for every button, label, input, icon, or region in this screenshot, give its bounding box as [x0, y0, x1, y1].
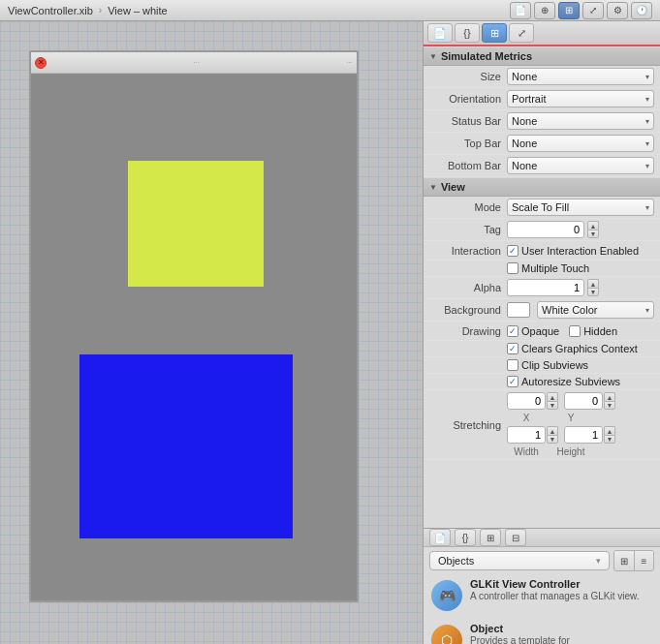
stretch-x-stepper: ▲ ▼ — [547, 392, 558, 410]
toolbar-btn-connect[interactable]: ⤢ — [582, 2, 604, 19]
stretch-w-input[interactable] — [507, 426, 546, 444]
prop-row-interaction: Interaction User Interaction Enabled — [424, 241, 660, 261]
frame-close-button[interactable]: ✕ — [35, 57, 47, 69]
prop-row-autoresize: Autoresize Subviews — [424, 374, 660, 390]
clip-subviews-label: Clip Subviews — [521, 359, 588, 371]
stretch-y-label: Y — [551, 413, 590, 423]
interaction-checkboxes: User Interaction Enabled — [507, 245, 644, 257]
yellow-view-box[interactable] — [128, 161, 264, 287]
toolbar-btn-settings[interactable]: ⚙ — [607, 2, 628, 19]
stretch-y-down[interactable]: ▼ — [604, 401, 615, 410]
bottom-bar-select-arrow: ▾ — [645, 162, 649, 170]
alpha-stepper-up[interactable]: ▲ — [587, 279, 599, 288]
section-view[interactable]: ▼ View — [424, 177, 660, 197]
autoresize-checkbox[interactable] — [507, 376, 519, 387]
status-bar-select[interactable]: None ▾ — [507, 112, 654, 130]
toolbar-btn-counter[interactable]: ⊕ — [534, 2, 555, 19]
opaque-checkbox[interactable] — [507, 325, 519, 337]
section-triangle-view: ▼ — [429, 183, 437, 192]
clears-graphics-checkbox-item: Clears Graphics Context — [507, 343, 648, 354]
stretch-x-down[interactable]: ▼ — [547, 401, 558, 410]
canvas-area[interactable]: ✕ ··· ··· — [0, 21, 423, 644]
bottom-tool-ui[interactable]: ⊞ — [480, 529, 501, 546]
bottom-panel: 📄 {} ⊞ ⊟ Objects ▾ ⊞ ≡ 🎮 — [424, 528, 660, 644]
user-interaction-checkbox-item: User Interaction Enabled — [507, 245, 639, 257]
alpha-stepper-down[interactable]: ▼ — [587, 288, 599, 296]
stretch-h-stepper: ▲ ▼ — [604, 426, 615, 444]
bottom-tool-file[interactable]: 📄 — [429, 529, 451, 546]
stretch-width-label: Width — [507, 446, 546, 457]
bottom-toolbar: 📄 {} ⊞ ⊟ — [424, 529, 660, 547]
stretch-w-down[interactable]: ▼ — [547, 435, 558, 444]
prop-row-bottom-bar: Bottom Bar None ▾ — [424, 155, 660, 177]
background-select-arrow: ▾ — [645, 306, 649, 315]
background-color-swatch[interactable] — [507, 302, 530, 318]
panel-tool-file[interactable]: 📄 — [427, 23, 453, 43]
view-grid-btn[interactable]: ⊞ — [614, 551, 634, 570]
alpha-input[interactable]: 1 — [507, 279, 584, 296]
tag-stepper-down[interactable]: ▼ — [587, 230, 599, 238]
stretch-x-input[interactable] — [507, 392, 546, 410]
drag-dot-2: ··· — [346, 58, 353, 67]
panel-tool-ui[interactable]: ⊞ — [482, 23, 507, 43]
library-item-glkit[interactable]: 🎮 GLKit View Controller A controller tha… — [424, 574, 660, 617]
hidden-label: Hidden — [583, 325, 617, 337]
prop-row-multiple-touch: Multiple Touch — [424, 261, 660, 277]
section-simulated-metrics[interactable]: ▼ Simulated Metrics — [424, 46, 660, 66]
orientation-select[interactable]: Portrait ▾ — [507, 90, 654, 107]
view-list-btn[interactable]: ≡ — [634, 551, 653, 570]
prop-value-orientation: Portrait ▾ — [507, 90, 654, 107]
stretch-h-up[interactable]: ▲ — [604, 426, 615, 435]
bottom-bar-select[interactable]: None ▾ — [507, 157, 654, 174]
background-select[interactable]: White Color ▾ — [537, 301, 654, 319]
bottom-tool-grid[interactable]: ⊟ — [505, 529, 526, 546]
stretch-y-up[interactable]: ▲ — [604, 392, 615, 401]
library-text-object: Object Provides a template for — [470, 623, 654, 644]
prop-label-mode: Mode — [429, 201, 507, 213]
toolbar-btn-file[interactable]: 📄 — [510, 2, 531, 19]
clip-subviews-checkbox-item: Clip Subviews — [507, 359, 648, 371]
top-bar-icon-group: 📄 ⊕ ⊞ ⤢ ⚙ 🕐 — [510, 2, 652, 19]
objects-dropdown[interactable]: Objects ▾ — [429, 551, 610, 570]
breadcrumb-view[interactable]: View – white — [108, 5, 168, 16]
clears-graphics-checkbox[interactable] — [507, 343, 519, 354]
bottom-tool-code[interactable]: {} — [455, 529, 476, 546]
tag-input[interactable]: 0 — [507, 221, 584, 238]
multiple-touch-checkbox[interactable] — [507, 262, 519, 274]
panel-tool-connect[interactable]: ⤢ — [509, 23, 534, 43]
mode-select[interactable]: Scale To Fill ▾ — [507, 199, 654, 216]
prop-label-alpha: Alpha — [429, 282, 507, 293]
objects-row: Objects ▾ ⊞ ≡ — [424, 547, 660, 574]
stretch-x-up[interactable]: ▲ — [547, 392, 558, 401]
stretch-h-down[interactable]: ▼ — [604, 435, 615, 444]
multiple-touch-label: Multiple Touch — [521, 262, 589, 274]
toolbar-btn-clock[interactable]: 🕐 — [631, 2, 652, 19]
library-item-object[interactable]: ⬡ Object Provides a template for — [424, 619, 660, 644]
library-icon-object: ⬡ — [429, 623, 464, 644]
clip-subviews-checkbox[interactable] — [507, 359, 519, 371]
tag-stepper-up[interactable]: ▲ — [587, 221, 599, 230]
prop-value-status-bar: None ▾ — [507, 112, 654, 130]
stretch-w-up[interactable]: ▲ — [547, 426, 558, 435]
stretch-y-input[interactable] — [564, 392, 603, 410]
prop-label-drawing: Drawing — [429, 325, 507, 337]
library-desc-glkit: A controller that manages a GLKit view. — [470, 591, 654, 601]
autoresize-label: Autoresize Subviews — [521, 376, 620, 387]
prop-label-tag: Tag — [429, 224, 507, 235]
device-content[interactable] — [31, 74, 357, 600]
frame-drag-handles-right: ··· — [346, 58, 353, 67]
breadcrumb-file[interactable]: ViewController.xib — [8, 5, 93, 16]
top-bar-select[interactable]: None ▾ — [507, 135, 654, 152]
hidden-checkbox[interactable] — [569, 325, 581, 337]
panel-tool-code[interactable]: {} — [455, 23, 480, 43]
multiple-touch-checkbox-item: Multiple Touch — [507, 262, 648, 274]
prop-value-alpha: 1 ▲ ▼ — [507, 279, 654, 296]
prop-label-status-bar: Status Bar — [429, 115, 507, 127]
library-text-glkit: GLKit View Controller A controller that … — [470, 578, 654, 601]
stretch-h-input[interactable] — [564, 426, 603, 444]
panel-scroll[interactable]: ▼ Simulated Metrics Size None ▾ Orientat… — [424, 46, 660, 528]
user-interaction-checkbox[interactable] — [507, 245, 519, 257]
size-select[interactable]: None ▾ — [507, 68, 654, 85]
toolbar-btn-ui[interactable]: ⊞ — [558, 2, 580, 19]
blue-view-box[interactable] — [79, 354, 293, 538]
